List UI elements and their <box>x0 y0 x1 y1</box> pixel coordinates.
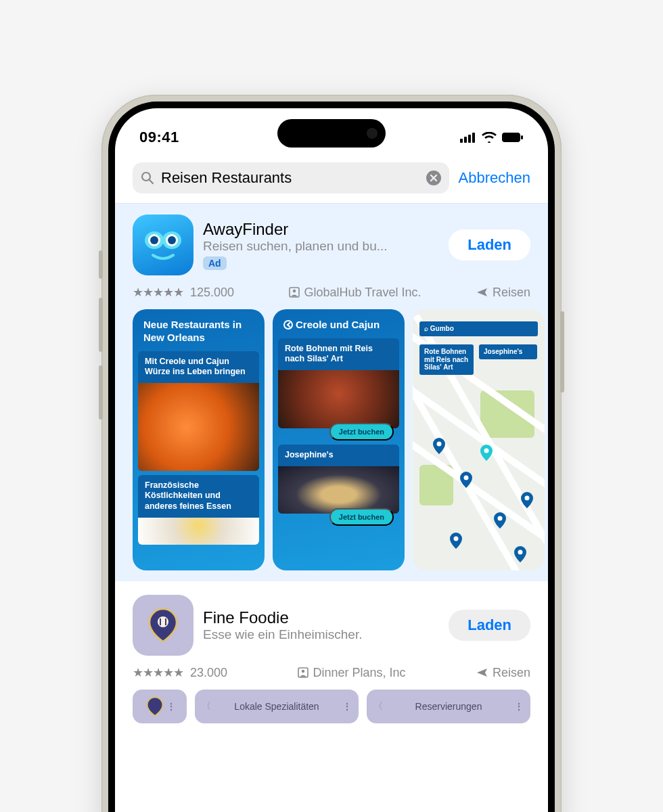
more-icon: ⋮ <box>514 701 524 712</box>
svg-rect-0 <box>460 139 463 143</box>
cellular-icon <box>460 132 476 143</box>
shot-card-text: Mit Creole und Cajun Würze ins Leben bri… <box>138 351 259 383</box>
svg-point-19 <box>484 449 489 453</box>
developer-name: Dinner Plans, Inc <box>313 666 405 680</box>
tab-label: Reservierungen <box>415 701 482 712</box>
book-button[interactable]: Jetzt buchen <box>329 423 394 441</box>
svg-point-13 <box>150 236 158 244</box>
food-image-plate <box>138 518 259 545</box>
rating-count: 125.000 <box>190 286 234 300</box>
app-info-row: ★★★★★ 23.000 Dinner Plans, Inc Reisen <box>133 665 530 680</box>
tab-label: Lokale Spezialitäten <box>234 701 319 712</box>
screenshot-thumb[interactable]: ⋮ <box>133 690 187 723</box>
svg-rect-4 <box>502 133 520 142</box>
shot-title: Neue Restaurants in New Orleans <box>138 316 259 351</box>
power-button <box>560 311 564 392</box>
phone-frame: 09:41 Reisen Restaurants Abbrechen <box>101 95 562 812</box>
map-pin-icon <box>514 546 526 562</box>
map-pin-icon <box>494 512 506 528</box>
shot-card-text: Französische Köstlichkeiten und anderes … <box>138 475 259 518</box>
developer-name: GlobalHub Travel Inc. <box>304 286 421 300</box>
category-label: Reisen <box>493 286 530 300</box>
app-subtitle: Reisen suchen, planen und bu... <box>203 239 439 254</box>
battery-icon <box>502 132 524 143</box>
screenshot-3-map[interactable]: ⌕ Gumbo Rote Bohnen mit Reis nach Silas'… <box>413 309 545 570</box>
map-pin-icon <box>480 445 493 461</box>
shot-card-text: Rote Bohnen mit Reis nach Silas' Art <box>278 338 399 370</box>
cancel-button[interactable]: Abbrechen <box>459 169 530 187</box>
svg-point-22 <box>454 537 459 541</box>
map-pin-icon <box>433 438 445 454</box>
side-button <box>99 250 103 279</box>
volume-down-button <box>99 365 103 420</box>
svg-rect-1 <box>464 137 467 143</box>
search-input[interactable]: Reisen Restaurants <box>133 162 449 194</box>
svg-rect-5 <box>521 135 523 139</box>
more-icon: ⋮ <box>166 701 176 712</box>
plane-icon <box>476 667 488 679</box>
food-image-shrimp <box>138 383 259 471</box>
screenshot-thumb[interactable]: 〈 Lokale Spezialitäten ⋮ <box>195 690 359 723</box>
app-title: Fine Foodie <box>203 608 439 627</box>
developer-icon <box>298 667 308 678</box>
svg-point-17 <box>437 442 442 447</box>
ad-badge: Ad <box>203 256 227 270</box>
app-title: AwayFinder <box>203 220 439 239</box>
pin-icon <box>143 695 166 718</box>
screenshot-2[interactable]: Creole und Cajun Rote Bohnen mit Reis na… <box>273 309 405 570</box>
screenshot-row[interactable]: ⋮ 〈 Lokale Spezialitäten ⋮ 〈 Reservierun… <box>133 690 530 723</box>
screen: 09:41 Reisen Restaurants Abbrechen <box>115 108 548 812</box>
plane-icon <box>476 286 488 298</box>
back-icon <box>283 320 293 330</box>
search-icon <box>141 171 154 185</box>
get-button[interactable]: Laden <box>449 610 530 641</box>
svg-point-18 <box>464 476 469 480</box>
app-icon-awayfinder[interactable] <box>133 215 193 275</box>
svg-point-21 <box>525 496 530 501</box>
svg-point-26 <box>302 670 304 673</box>
app-info-row: ★★★★★ 125.000 GlobalHub Travel Inc. Reis… <box>133 285 530 300</box>
category-label: Reisen <box>493 666 530 680</box>
clear-icon[interactable] <box>426 171 441 185</box>
screenshot-thumb[interactable]: 〈 Reservierungen ⋮ <box>367 690 530 723</box>
svg-rect-3 <box>472 133 475 143</box>
chevron-left-icon: 〈 <box>373 700 383 713</box>
developer-icon <box>289 287 300 298</box>
wifi-icon <box>482 132 497 143</box>
search-bar: Reisen Restaurants Abbrechen <box>115 156 548 204</box>
star-rating-icon: ★★★★★ <box>133 285 183 300</box>
search-query: Reisen Restaurants <box>161 169 419 187</box>
food-image-stew <box>278 370 399 428</box>
organic-result: Fine Foodie Esse wie ein Einheimischer. … <box>115 581 548 723</box>
map-label: Josephine's <box>479 344 537 359</box>
status-time: 09:41 <box>139 129 179 146</box>
map-pin-icon <box>521 492 533 508</box>
get-button[interactable]: Laden <box>449 229 530 261</box>
app-icon-finefoodie[interactable] <box>133 595 193 656</box>
svg-point-16 <box>293 290 296 292</box>
screenshot-1[interactable]: Neue Restaurants in New Orleans Mit Creo… <box>133 309 265 570</box>
app-subtitle: Esse wie ein Einheimischer. <box>203 627 439 642</box>
map-pin-icon <box>450 533 462 549</box>
map-label: Rote Bohnen mit Reis nach Silas' Art <box>419 344 474 375</box>
rating-count: 23.000 <box>190 666 227 680</box>
svg-point-6 <box>142 173 150 181</box>
map-search-label: ⌕ Gumbo <box>419 321 538 336</box>
svg-line-7 <box>150 180 153 183</box>
svg-point-24 <box>158 616 168 627</box>
volume-up-button <box>99 298 103 352</box>
star-rating-icon: ★★★★★ <box>133 665 183 680</box>
shot-card-text: Josephine's <box>278 445 399 466</box>
chevron-left-icon: 〈 <box>202 700 211 713</box>
dynamic-island <box>277 119 386 148</box>
svg-point-20 <box>498 516 503 521</box>
svg-point-23 <box>518 550 523 555</box>
book-button[interactable]: Jetzt buchen <box>329 508 394 526</box>
shot-title: Creole und Cajun <box>278 316 399 338</box>
ad-result: AwayFinder Reisen suchen, planen und bu.… <box>115 204 548 581</box>
svg-rect-2 <box>468 135 471 143</box>
screenshot-row[interactable]: Neue Restaurants in New Orleans Mit Creo… <box>133 309 530 570</box>
food-image-cocktail <box>278 466 399 514</box>
more-icon: ⋮ <box>342 701 352 712</box>
svg-point-14 <box>168 236 176 244</box>
